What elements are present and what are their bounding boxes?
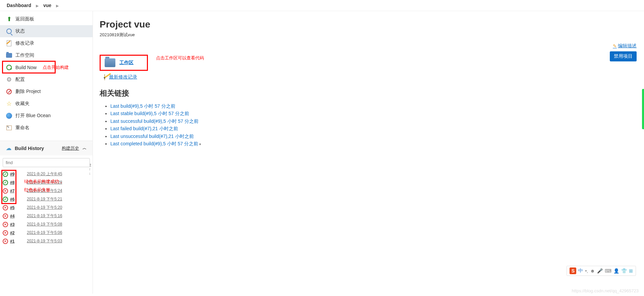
related-link[interactable]: Last stable build(#9),5 小时 57 分之前 (110, 111, 189, 116)
fail-icon (3, 230, 8, 236)
build-time[interactable]: 2021-8-19 下午5:03 (27, 238, 62, 244)
main-panel: Project vue 20210819测试vue ✎ 编辑描述 禁用项目 工作… (93, 11, 644, 294)
build-time[interactable]: 2021-8-19 下午5:24 (27, 188, 62, 194)
ime-user-icon[interactable]: 👤 (613, 268, 619, 274)
rename-icon (6, 125, 12, 131)
build-time[interactable]: 2021-8-19 下午5:08 (27, 221, 62, 227)
workspace-link[interactable]: 工作区 (119, 60, 133, 66)
sidebar-item-blue-ocean[interactable]: 打开 Blue Ocean (0, 110, 93, 122)
build-row[interactable]: #82021-8-19 下午5:28 (0, 178, 93, 187)
build-history-trend[interactable]: 构建历史 (62, 145, 79, 151)
cloud-icon: ☁ (6, 145, 11, 151)
page-scroll-indicator (642, 89, 644, 129)
ime-toolbar[interactable]: S 中 •, ☻ 🎤 ⌨ 👤 👕 ⊞ (567, 266, 636, 276)
build-time[interactable]: 2021-8-19 下午5:16 (27, 213, 62, 219)
edit-icon: ✎ (613, 43, 617, 49)
blue-ocean-icon (6, 113, 12, 119)
folder-icon (105, 58, 115, 67)
fail-icon (3, 205, 8, 210)
build-history-header[interactable]: ☁ Build History 构建历史 ︿ (0, 141, 93, 155)
folder-icon (6, 52, 12, 58)
sidebar-item-rename[interactable]: 重命名 (0, 122, 93, 134)
build-number[interactable]: #3 (10, 222, 20, 227)
build-number[interactable]: #5 (10, 205, 20, 210)
gear-icon: ⚙ (6, 77, 12, 83)
build-row[interactable]: #92021-8-20 上午8:45 (0, 170, 93, 178)
build-number[interactable]: #7 (10, 189, 20, 193)
success-icon (3, 171, 8, 177)
ime-punct-icon[interactable]: •, (585, 268, 588, 274)
breadcrumb-dashboard[interactable]: Dashboard (7, 3, 31, 8)
edit-description-link[interactable]: ✎ 编辑描述 (613, 43, 637, 49)
build-row[interactable]: #62021-8-19 下午5:21 (0, 195, 93, 203)
build-history-title: Build History (15, 146, 44, 151)
related-link[interactable]: Last unsuccessful build(#7),21 小时之前 (110, 134, 194, 139)
star-icon: ☆ (6, 101, 12, 107)
build-time[interactable]: 2021-8-20 上午8:45 (27, 171, 62, 177)
recent-changes-row[interactable]: 最新修改记录 (104, 74, 637, 80)
build-row[interactable]: #12021-8-19 下午5:03 (0, 237, 93, 245)
build-row[interactable]: #52021-8-19 下午5:20 (0, 203, 93, 212)
sidebar-item-status[interactable]: 状态 (0, 25, 93, 37)
sogou-icon: S (570, 267, 576, 274)
page-title: Project vue (100, 19, 637, 30)
build-number[interactable]: #2 (10, 231, 20, 235)
related-links-heading: 相关链接 (100, 88, 637, 98)
sidebar-item-label: Build Now (15, 65, 37, 70)
workspace-box[interactable]: 工作区 (100, 55, 148, 71)
clock-play-icon (6, 64, 12, 70)
related-link[interactable]: Last completed build(#9),5 小时 57 分之前 (110, 141, 201, 146)
ime-emoji-icon[interactable]: ☻ (590, 268, 595, 274)
watermark: https://blog.csdn.net/qq_42965723 (572, 288, 639, 293)
disable-project-button[interactable]: 禁用项目 (610, 51, 637, 61)
build-history-find-input[interactable] (3, 158, 90, 167)
related-links-list: Last build(#9),5 小时 57 分之前Last stable bu… (100, 102, 637, 147)
related-link[interactable]: Last successful build(#9),5 小时 57 分之前 (110, 118, 199, 124)
ime-tools-icon[interactable]: ⊞ (629, 268, 633, 274)
build-row[interactable]: #72021-8-19 下午5:24 (0, 187, 93, 195)
breadcrumb-project[interactable]: vue (43, 3, 51, 8)
sidebar-item-build-now[interactable]: Build Now 点击开始构建 (0, 61, 93, 73)
success-icon (3, 180, 8, 185)
ime-lang[interactable]: 中 (578, 268, 583, 274)
build-row[interactable]: #32021-8-19 下午5:08 (0, 220, 93, 229)
build-time[interactable]: 2021-8-19 下午5:20 (27, 205, 62, 210)
annotation-text: 点击工作区可以查看代码 (156, 55, 204, 62)
sidebar-item-configure[interactable]: ⚙ 配置 (0, 73, 93, 86)
annotation-text: 点击开始构建 (43, 64, 69, 70)
build-time[interactable]: 2021-8-19 下午5:28 (27, 180, 62, 185)
build-number[interactable]: #1 (10, 239, 20, 244)
ime-keyboard-icon[interactable]: ⌨ (605, 268, 611, 274)
chevron-up-icon: ︿ (83, 145, 87, 151)
forbid-icon (6, 89, 12, 95)
sidebar-item-label: 状态 (15, 28, 25, 34)
search-icon (6, 28, 12, 34)
build-row[interactable]: #42021-8-19 下午5:16 (0, 212, 93, 220)
related-link[interactable]: Last failed build(#7),21 小时之前 (110, 126, 178, 131)
sidebar-item-changes[interactable]: 修改记录 (0, 37, 93, 49)
sidebar-item-label: 重命名 (15, 125, 30, 131)
sidebar-item-favorite[interactable]: ☆ 收藏夹 (0, 98, 93, 110)
build-list: ↥↑↓ 绿色表示构建成功， 红色表示失败 #92021-8-20 上午8:45#… (0, 170, 93, 245)
sidebar-item-label: 配置 (15, 77, 25, 83)
fail-icon (3, 239, 8, 244)
related-link-item: Last successful build(#9),5 小时 57 分之前 (110, 117, 637, 125)
fail-icon (3, 188, 8, 194)
build-time[interactable]: 2021-8-19 下午5:06 (27, 230, 62, 236)
build-number[interactable]: #4 (10, 214, 20, 218)
related-link[interactable]: Last build(#9),5 小时 57 分之前 (110, 103, 175, 109)
sidebar: ⬆ 返回面板 状态 修改记录 工作空间 Build Now 点击开始构建 (0, 11, 93, 294)
build-number[interactable]: #8 (10, 180, 20, 185)
scroll-arrows-icon[interactable]: ↥↑↓ (89, 163, 92, 175)
sidebar-item-workspace[interactable]: 工作空间 (0, 49, 93, 61)
sidebar-item-delete[interactable]: 删除 Project (0, 86, 93, 98)
ime-skin-icon[interactable]: 👕 (621, 268, 627, 274)
build-time[interactable]: 2021-8-19 下午5:21 (27, 196, 62, 202)
sidebar-item-back[interactable]: ⬆ 返回面板 (0, 13, 93, 25)
build-row[interactable]: #22021-8-19 下午5:06 (0, 229, 93, 237)
sidebar-item-label: 工作空间 (15, 52, 34, 58)
ime-mic-icon[interactable]: 🎤 (597, 268, 603, 274)
build-number[interactable]: #9 (10, 172, 20, 177)
build-number[interactable]: #6 (10, 197, 20, 202)
recent-changes-link[interactable]: 最新修改记录 (109, 74, 137, 80)
